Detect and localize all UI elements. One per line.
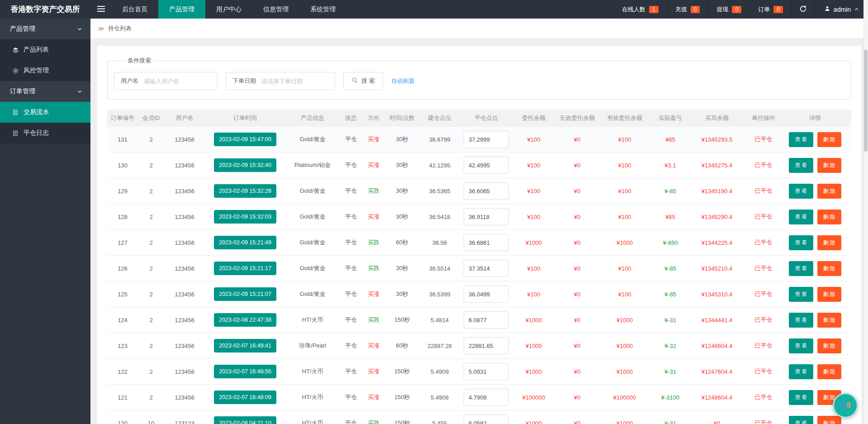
positions-card: 条件搜索 用户名 下单日期 搜 索 [97, 46, 861, 424]
actual-pnl: ¥-32 [650, 343, 691, 349]
invalid-entrust-balance: ¥0 [555, 188, 599, 195]
search-button[interactable]: 搜 索 [343, 72, 383, 90]
auto-refresh-link[interactable]: 自动刷新 [391, 77, 415, 85]
view-button[interactable]: 查 看 [789, 210, 813, 224]
delete-button[interactable]: 删 除 [817, 416, 841, 424]
order-id: 126 [107, 265, 138, 272]
close-point-input[interactable] [464, 182, 509, 200]
close-point-input[interactable] [464, 260, 509, 277]
delete-button[interactable]: 删 除 [817, 287, 841, 302]
after-buy-balance: ¥1345210.4 [691, 265, 743, 272]
delete-button[interactable]: 删 除 [817, 313, 841, 328]
voice-notify-button[interactable] [833, 393, 858, 418]
sidebar-group-header[interactable]: 订单管理 [0, 81, 90, 102]
scrollbar-thumb[interactable] [864, 50, 868, 152]
delete-button[interactable]: 删 除 [817, 158, 841, 173]
close-point-input[interactable] [464, 234, 509, 251]
username: 123456 [164, 214, 205, 220]
column-header: 建仓点位 [419, 114, 460, 122]
order-id: 125 [107, 291, 138, 298]
valid-entrust-balance: ¥1000 [599, 420, 650, 424]
view-button[interactable]: 查 看 [789, 416, 813, 424]
order-date-input[interactable] [259, 73, 335, 89]
delete-button[interactable]: 删 除 [817, 364, 841, 379]
order-time-badge: 2023-02-09 15:21:49 [214, 236, 276, 249]
view-button[interactable]: 查 看 [789, 287, 813, 302]
view-button[interactable]: 查 看 [789, 158, 813, 173]
invalid-entrust-balance: ¥0 [555, 136, 599, 143]
close-point-input[interactable] [464, 389, 509, 406]
nav-menu-item[interactable]: 系统管理 [299, 0, 346, 19]
delete-button[interactable]: 删 除 [817, 338, 841, 353]
delete-button[interactable]: 删 除 [817, 210, 841, 224]
view-button[interactable]: 查 看 [789, 261, 813, 276]
view-button[interactable]: 查 看 [789, 390, 813, 405]
nav-menu-item[interactable]: 用户中心 [205, 0, 252, 19]
open-point: 5.455 [419, 420, 460, 424]
table-row: 128 2 123456 2023-02-09 15:32:03 Gold/黄金… [107, 204, 851, 230]
nav-stat-item[interactable]: 充值 0 [667, 0, 708, 19]
close-point-input[interactable] [464, 131, 509, 148]
close-point-input[interactable] [464, 337, 509, 354]
close-point-input[interactable] [464, 414, 509, 424]
after-buy-balance: ¥1345310.4 [691, 291, 743, 298]
username: 123456 [164, 394, 205, 401]
member-id: 2 [138, 317, 164, 324]
view-button[interactable]: 查 看 [789, 235, 813, 250]
nav-stat-item[interactable]: 提现 0 [708, 0, 749, 19]
nav-menu-item[interactable]: 产品管理 [158, 0, 205, 19]
sidebar-item[interactable]: 风控管理 [0, 60, 90, 81]
sidebar-item[interactable]: 交易流水 [0, 102, 90, 123]
nav-stats: 在线人数 1 充值 0 提现 0 订单 0 [613, 0, 791, 19]
username: 123456 [164, 239, 205, 246]
delete-button[interactable]: 删 除 [817, 261, 841, 276]
status-text: 平仓 [340, 238, 362, 247]
member-id: 2 [138, 136, 164, 143]
view-button[interactable]: 查 看 [789, 338, 813, 353]
close-point-input[interactable] [464, 157, 509, 174]
view-button[interactable]: 查 看 [789, 184, 813, 199]
sidebar-item[interactable]: 产品列表 [0, 39, 90, 60]
view-button[interactable]: 查 看 [789, 313, 813, 328]
view-button[interactable]: 查 看 [789, 364, 813, 379]
product-info: HT/火币 [285, 393, 340, 401]
nav-stat-item[interactable]: 在线人数 1 [613, 0, 667, 19]
after-buy-balance: ¥1344225.4 [691, 239, 743, 246]
close-point-input[interactable] [464, 208, 509, 225]
username: 123456 [164, 136, 205, 143]
close-point-input[interactable] [464, 311, 509, 329]
close-point-input[interactable] [464, 286, 509, 303]
close-point-input[interactable] [464, 363, 509, 380]
actual-pnl: ¥-850 [650, 239, 691, 246]
invalid-entrust-balance: ¥0 [555, 265, 599, 272]
view-button[interactable]: 查 看 [789, 132, 813, 147]
sidebar-item[interactable]: 平仓日志 [0, 123, 90, 143]
nav-menu-item[interactable]: 信息管理 [252, 0, 299, 19]
control-status: 已平仓 [743, 135, 784, 143]
direction-text: 买涨 [362, 342, 385, 350]
duration-text: 150秒 [385, 367, 419, 376]
direction-text: 买跌 [362, 187, 385, 195]
username-input[interactable] [141, 73, 217, 89]
user-menu[interactable]: admin [815, 0, 868, 19]
hamburger-button[interactable] [90, 0, 111, 19]
sidebar-group-header[interactable]: 产品管理 [0, 19, 90, 39]
delete-button[interactable]: 删 除 [817, 132, 841, 147]
direction-text: 买涨 [362, 135, 385, 143]
direction-text: 买涨 [362, 393, 385, 401]
delete-button[interactable]: 删 除 [817, 184, 841, 199]
nav-right: 在线人数 1 充值 0 提现 0 订单 0 admin [613, 0, 868, 19]
actual-pnl: ¥-85 [650, 291, 691, 298]
order-id: 123 [107, 343, 138, 349]
duration-text: 30秒 [385, 135, 419, 143]
nav-stat-item[interactable]: 订单 0 [749, 0, 791, 19]
open-point: 36.56 [419, 239, 460, 246]
duration-text: 60秒 [385, 342, 419, 350]
entrust-balance: ¥1000 [512, 239, 555, 246]
username: 123456 [164, 317, 205, 324]
order-time-badge: 2023-02-09 15:32:03 [214, 210, 276, 224]
refresh-button[interactable] [791, 0, 815, 19]
open-point: 36.5514 [419, 265, 460, 272]
nav-menu-item[interactable]: 后台首页 [111, 0, 158, 19]
delete-button[interactable]: 删 除 [817, 235, 841, 250]
